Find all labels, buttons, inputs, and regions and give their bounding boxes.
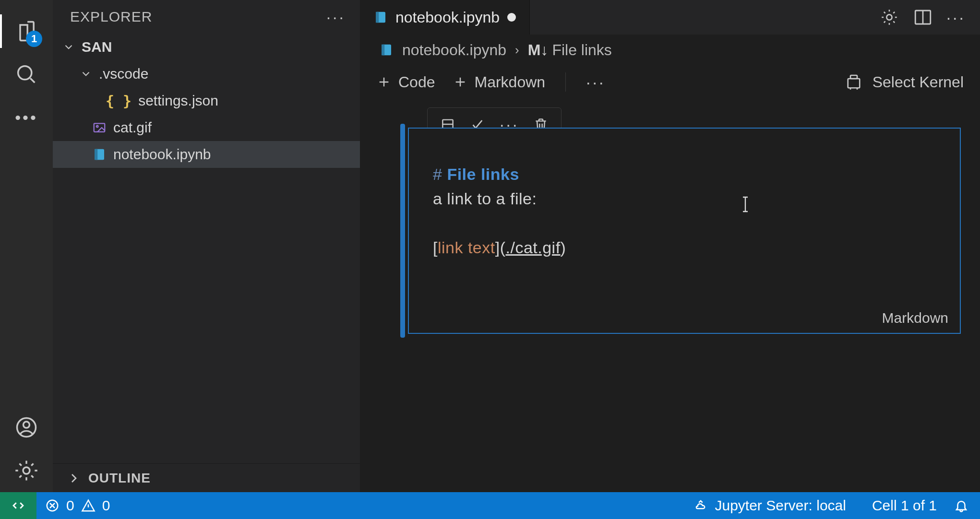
add-markdown-label: Markdown [475, 73, 546, 91]
tree-item-label: settings.json [138, 93, 218, 109]
activity-bar: 1 ••• [0, 0, 53, 492]
notebook-file-icon [373, 10, 388, 24]
add-code-cell-button[interactable]: Code [376, 73, 435, 91]
svg-point-10 [886, 14, 892, 20]
explorer-sidebar: EXPLORER ··· SAN .vscode { } settings.js… [53, 0, 360, 492]
svg-rect-14 [848, 79, 860, 88]
cell-focus-indicator [400, 124, 405, 338]
warnings-count: 0 [102, 497, 110, 514]
toolbar-more-icon[interactable]: ··· [586, 74, 605, 90]
notebook-area: ··· # File links a link to a file: [link… [360, 99, 980, 492]
chevron-right-icon [66, 471, 82, 486]
json-file-icon: { } [106, 93, 131, 109]
tree-file-catgif[interactable]: cat.gif [53, 114, 360, 141]
notifications-icon[interactable] [954, 498, 968, 513]
cell-editor[interactable]: # File links a link to a file: [link tex… [409, 129, 960, 270]
errors-count: 0 [66, 497, 74, 514]
md-hash: # [433, 165, 442, 183]
editor-more-icon[interactable]: ··· [946, 9, 966, 25]
svg-rect-9 [376, 12, 379, 23]
status-bar: 0 0 Jupyter Server: local Cell 1 of 1 [0, 492, 980, 519]
svg-rect-15 [850, 75, 857, 79]
workspace-root[interactable]: SAN [53, 34, 360, 60]
breadcrumb[interactable]: notebook.ipynb › M↓ File links [360, 35, 980, 65]
tab-actions: ··· [879, 0, 980, 35]
explorer-header: EXPLORER ··· [53, 0, 360, 34]
jupyter-server-status[interactable]: Jupyter Server: local [685, 497, 854, 514]
tree-file-settings[interactable]: { } settings.json [53, 87, 360, 114]
md-heading-text: File links [447, 165, 519, 183]
tab-notebook[interactable]: notebook.ipynb [360, 0, 530, 35]
editor-group: notebook.ipynb ··· notebook.ipynb › M↓ F… [360, 0, 980, 492]
notebook-file-icon [379, 43, 394, 57]
workspace-root-label: SAN [82, 39, 112, 55]
more-activity-icon[interactable]: ••• [10, 96, 43, 139]
svg-rect-7 [95, 149, 97, 160]
breadcrumb-file: notebook.ipynb [402, 41, 506, 59]
problems-status[interactable]: 0 0 [36, 497, 119, 514]
tree-file-notebook[interactable]: notebook.ipynb [53, 141, 360, 168]
manage-kernels-icon[interactable] [879, 7, 899, 27]
notebook-toolbar: Code Markdown ··· Select Kernel [360, 65, 980, 99]
tree-item-label: cat.gif [113, 119, 152, 136]
chevron-down-icon [62, 39, 75, 55]
outline-label: OUTLINE [88, 471, 151, 486]
split-editor-icon[interactable] [913, 7, 933, 27]
tree-folder-vscode[interactable]: .vscode [53, 60, 360, 87]
explorer-badge: 1 [26, 31, 42, 47]
kernel-icon[interactable] [844, 72, 864, 92]
add-markdown-cell-button[interactable]: Markdown [453, 73, 546, 91]
svg-rect-13 [382, 45, 384, 56]
svg-point-2 [24, 422, 30, 428]
markdown-symbol-icon: M↓ [528, 41, 549, 59]
file-tree: SAN .vscode { } settings.json cat.gif no… [53, 34, 360, 463]
notebook-file-icon [92, 147, 107, 162]
settings-activity-icon[interactable] [10, 449, 43, 492]
toolbar-separator [565, 72, 566, 92]
image-file-icon [92, 120, 107, 135]
md-link-path: ./cat.gif [506, 238, 561, 257]
tree-item-label: .vscode [99, 66, 148, 82]
breadcrumb-symbol: File links [552, 41, 611, 59]
search-activity-icon[interactable] [10, 53, 43, 96]
add-code-label: Code [398, 73, 435, 91]
tree-item-label: notebook.ipynb [113, 146, 211, 163]
tab-label: notebook.ipynb [395, 9, 500, 26]
dirty-indicator-icon [507, 13, 516, 22]
outline-section[interactable]: OUTLINE [53, 463, 360, 492]
select-kernel-button[interactable]: Select Kernel [872, 73, 964, 91]
explorer-more-icon[interactable]: ··· [326, 9, 346, 25]
md-line-2: a link to a file: [433, 189, 537, 208]
remote-indicator[interactable] [0, 492, 36, 519]
tab-bar: notebook.ipynb ··· [360, 0, 980, 35]
svg-point-3 [23, 467, 30, 474]
cell-language-label[interactable]: Markdown [882, 310, 948, 326]
accounts-activity-icon[interactable] [10, 406, 43, 449]
jupyter-server-label: Jupyter Server: local [715, 497, 846, 514]
svg-point-5 [96, 126, 98, 128]
markdown-cell[interactable]: # File links a link to a file: [link tex… [408, 128, 961, 334]
explorer-activity-icon[interactable]: 1 [10, 10, 43, 53]
chevron-right-icon: › [515, 43, 519, 58]
cell-position-status[interactable]: Cell 1 of 1 [872, 497, 937, 514]
chevron-down-icon [80, 66, 92, 82]
explorer-title: EXPLORER [70, 9, 152, 25]
md-link-text: link text [438, 238, 495, 257]
svg-point-0 [18, 66, 32, 80]
